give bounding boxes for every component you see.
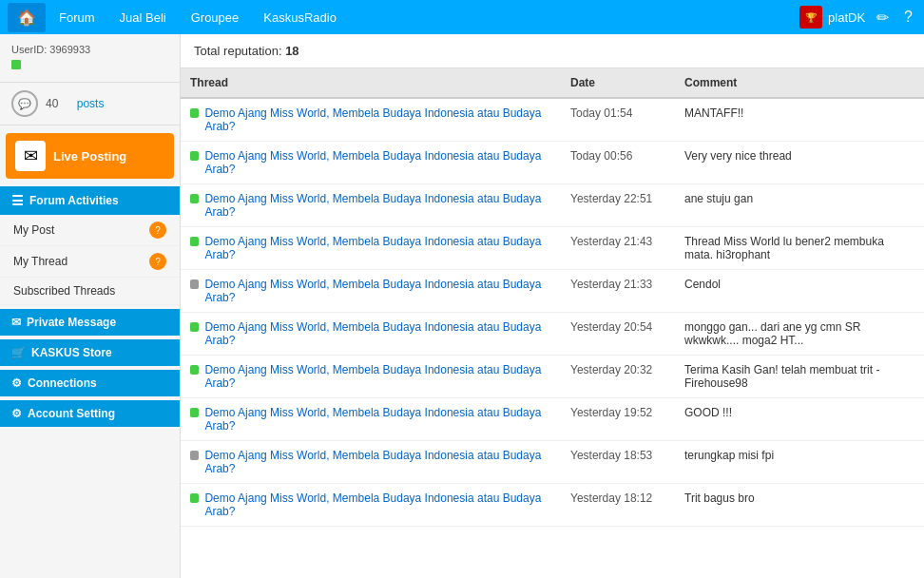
- date-cell: Yesterday 18:12: [561, 484, 675, 527]
- my-thread-label: My Thread: [13, 255, 67, 268]
- main-layout: UserID: 3969933 💬 40 posts ✉ Live Postin…: [0, 34, 924, 578]
- table-row: Demo Ajang Miss World, Membela Budaya In…: [181, 313, 924, 356]
- comment-cell: Thread Miss World lu bener2 membuka mata…: [675, 227, 924, 270]
- status-dot: [190, 451, 199, 460]
- thread-cell: Demo Ajang Miss World, Membela Budaya In…: [181, 227, 561, 270]
- thread-link[interactable]: Demo Ajang Miss World, Membela Budaya In…: [204, 192, 551, 219]
- posts-count: 40: [46, 97, 58, 110]
- col-header-thread: Thread: [181, 68, 561, 98]
- kaskus-store-icon: 🛒: [11, 346, 26, 359]
- nav-right: 🏆 platDK ✏ ?: [799, 5, 916, 30]
- comment-cell: Trit bagus bro: [675, 484, 924, 527]
- live-posting-label: Live Posting: [53, 149, 126, 164]
- edit-icon[interactable]: ✏: [873, 5, 893, 30]
- comment-cell: ane stuju gan: [675, 184, 924, 227]
- table-row: Demo Ajang Miss World, Membela Budaya In…: [181, 356, 924, 398]
- reputation-label: Total reputation:: [194, 44, 282, 58]
- sidebar-item-subscribed-threads[interactable]: Subscribed Threads: [0, 278, 180, 305]
- date-cell: Yesterday 22:51: [561, 184, 675, 227]
- date-cell: Yesterday 20:54: [561, 313, 675, 356]
- help-icon[interactable]: ?: [900, 5, 916, 29]
- thread-link[interactable]: Demo Ajang Miss World, Membela Budaya In…: [204, 363, 551, 390]
- sidebar-user-info: UserID: 3969933: [0, 34, 180, 83]
- thread-cell: Demo Ajang Miss World, Membela Budaya In…: [181, 313, 561, 356]
- comment-cell: Terima Kasih Gan! telah membuat trit -Fi…: [675, 356, 924, 398]
- sidebar-item-connections[interactable]: ⚙ Connections: [0, 370, 180, 396]
- account-setting-icon: ⚙: [11, 407, 22, 420]
- thread-cell: Demo Ajang Miss World, Membela Budaya In…: [181, 356, 561, 398]
- table-row: Demo Ajang Miss World, Membela Budaya In…: [181, 227, 924, 270]
- table-row: Demo Ajang Miss World, Membela Budaya In…: [181, 98, 924, 142]
- thread-link[interactable]: Demo Ajang Miss World, Membela Budaya In…: [204, 406, 551, 433]
- comment-cell: monggo gan... dari ane yg cmn SR wkwkwk.…: [675, 313, 924, 356]
- thread-cell: Demo Ajang Miss World, Membela Budaya In…: [181, 98, 561, 142]
- top-navigation: 🏠 Forum Jual Beli Groupee KaskusRadio 🏆 …: [0, 0, 924, 34]
- forum-activities-icon: ☰: [11, 193, 24, 208]
- date-cell: Yesterday 18:53: [561, 441, 675, 484]
- nav-groupee[interactable]: Groupee: [180, 5, 251, 30]
- kaskus-store-label: KASKUS Store: [31, 346, 112, 359]
- connections-icon: ⚙: [11, 376, 22, 390]
- reputation-bar: Total reputation: 18: [181, 34, 924, 68]
- date-cell: Yesterday 19:52: [561, 398, 675, 441]
- status-dot: [190, 279, 199, 289]
- thread-cell: Demo Ajang Miss World, Membela Budaya In…: [181, 142, 561, 184]
- thread-cell: Demo Ajang Miss World, Membela Budaya In…: [181, 441, 561, 484]
- private-message-icon: ✉: [11, 316, 21, 329]
- thread-table: Thread Date Comment Demo Ajang Miss Worl…: [181, 68, 924, 527]
- live-posting-icon: ✉: [15, 141, 46, 171]
- table-header-row: Thread Date Comment: [181, 68, 924, 98]
- table-row: Demo Ajang Miss World, Membela Budaya In…: [181, 441, 924, 484]
- home-button[interactable]: 🏠: [8, 3, 46, 32]
- forum-activities-section: ☰ Forum Activities: [0, 186, 180, 215]
- comment-cell: terungkap misi fpi: [675, 441, 924, 484]
- thread-link[interactable]: Demo Ajang Miss World, Membela Budaya In…: [204, 491, 551, 518]
- sidebar-item-private-message[interactable]: ✉ Private Message: [0, 309, 180, 336]
- connections-label: Connections: [28, 376, 97, 390]
- sidebar-item-my-post[interactable]: My Post ?: [0, 215, 180, 246]
- table-row: Demo Ajang Miss World, Membela Budaya In…: [181, 484, 924, 527]
- status-dot: [190, 194, 199, 203]
- thread-cell: Demo Ajang Miss World, Membela Budaya In…: [181, 270, 561, 313]
- nav-kaskusradio[interactable]: KaskusRadio: [252, 5, 348, 30]
- nav-jual-beli[interactable]: Jual Beli: [108, 5, 178, 30]
- sidebar-posts: 💬 40 posts: [0, 83, 180, 125]
- subscribed-threads-label: Subscribed Threads: [13, 284, 115, 298]
- date-cell: Today 01:54: [561, 98, 675, 142]
- date-cell: Today 00:56: [561, 142, 675, 184]
- username: platDK: [828, 10, 865, 25]
- sidebar-item-kaskus-store[interactable]: 🛒 KASKUS Store: [0, 339, 180, 366]
- status-dot: [190, 322, 199, 332]
- comment-cell: MANTAFF!!: [675, 98, 924, 142]
- account-setting-label: Account Setting: [28, 407, 115, 420]
- forum-activities-label: Forum Activities: [29, 194, 119, 207]
- comment-cell: Very very nice thread: [675, 142, 924, 184]
- nav-left: 🏠 Forum Jual Beli Groupee KaskusRadio: [8, 3, 348, 32]
- reputation-value: 18: [285, 44, 298, 58]
- thread-cell: Demo Ajang Miss World, Membela Budaya In…: [181, 484, 561, 527]
- date-cell: Yesterday 21:33: [561, 270, 675, 313]
- thread-link[interactable]: Demo Ajang Miss World, Membela Budaya In…: [204, 449, 551, 475]
- sidebar: UserID: 3969933 💬 40 posts ✉ Live Postin…: [0, 34, 181, 578]
- my-thread-badge: ?: [149, 253, 166, 270]
- thread-link[interactable]: Demo Ajang Miss World, Membela Budaya In…: [204, 278, 551, 304]
- thread-cell: Demo Ajang Miss World, Membela Budaya In…: [181, 184, 561, 227]
- status-dot: [190, 408, 199, 417]
- posts-link[interactable]: posts: [77, 97, 105, 110]
- thread-link[interactable]: Demo Ajang Miss World, Membela Budaya In…: [204, 106, 551, 133]
- col-header-comment: Comment: [675, 68, 924, 98]
- posts-bubble-icon: 💬: [11, 90, 38, 117]
- live-posting-button[interactable]: ✉ Live Posting: [6, 133, 174, 179]
- nav-forum[interactable]: Forum: [48, 5, 106, 30]
- thread-link[interactable]: Demo Ajang Miss World, Membela Budaya In…: [204, 320, 551, 347]
- col-header-date: Date: [561, 68, 675, 98]
- status-dot: [190, 493, 199, 503]
- table-row: Demo Ajang Miss World, Membela Budaya In…: [181, 270, 924, 313]
- sidebar-item-account-setting[interactable]: ⚙ Account Setting: [0, 400, 180, 427]
- my-post-label: My Post: [13, 223, 54, 237]
- table-row: Demo Ajang Miss World, Membela Budaya In…: [181, 184, 924, 227]
- table-row: Demo Ajang Miss World, Membela Budaya In…: [181, 398, 924, 441]
- sidebar-item-my-thread[interactable]: My Thread ?: [0, 246, 180, 278]
- thread-link[interactable]: Demo Ajang Miss World, Membela Budaya In…: [204, 149, 551, 176]
- thread-link[interactable]: Demo Ajang Miss World, Membela Budaya In…: [204, 235, 551, 261]
